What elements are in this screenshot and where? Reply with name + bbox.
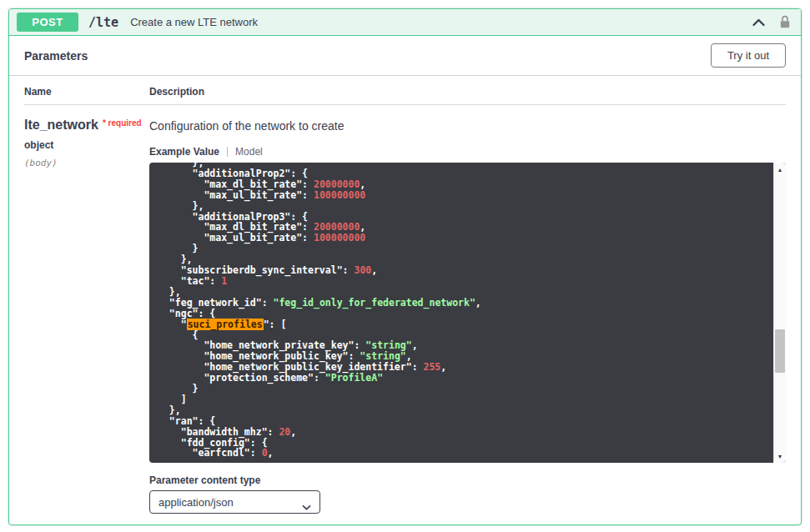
table-header-row: Name Description — [24, 76, 786, 105]
parameter-type: object — [24, 139, 149, 151]
tab-model[interactable]: Model — [235, 146, 263, 158]
code-scrollbar[interactable]: ▲ ▼ — [773, 163, 786, 463]
code-line: "suci_profiles": [ — [158, 319, 773, 330]
code-line: "earfcndl": 0, — [158, 448, 773, 458]
parameters-title: Parameters — [24, 49, 88, 63]
operation-block: POST /lte Create a new LTE network Param… — [8, 8, 802, 525]
code-line: "feg_network_id": "feg_id_only_for_feder… — [158, 298, 773, 309]
endpoint-summary: Create a new LTE network — [130, 16, 258, 28]
code-line: } — [158, 243, 773, 254]
tab-example-value[interactable]: Example Value — [149, 146, 219, 158]
endpoint-path[interactable]: /lte — [88, 15, 118, 30]
scroll-down-arrow-icon[interactable]: ▼ — [774, 450, 786, 462]
content-type-select-wrap: application/json — [149, 490, 320, 514]
table-row: lte_network* required object (body) Conf… — [24, 105, 786, 514]
parameter-name: lte_network* required — [24, 118, 149, 133]
header-icons — [752, 15, 791, 29]
code-line: "tac": 1 — [158, 276, 773, 287]
content-type-select[interactable]: application/json — [149, 490, 320, 514]
example-model-tabs: Example Value Model — [149, 146, 786, 158]
required-badge: * required — [103, 118, 142, 128]
code-line: }, — [158, 405, 773, 416]
scroll-up-arrow-icon[interactable]: ▲ — [774, 163, 786, 175]
code-line: "protection_scheme": "ProfileA" — [158, 373, 773, 384]
code-line: "subscriberdb_sync_interval": 300, — [158, 265, 773, 276]
operation-summary[interactable]: POST /lte Create a new LTE network — [9, 9, 801, 36]
parameter-name-cell: lte_network* required object (body) — [24, 118, 149, 514]
scrollbar-thumb[interactable] — [775, 329, 785, 373]
swagger-page: POST /lte Create a new LTE network Param… — [0, 0, 810, 532]
parameters-header: Parameters Try it out — [9, 36, 801, 76]
code-line: "max_ul_bit_rate": 100000000 — [158, 233, 773, 243]
column-header-name: Name — [24, 86, 149, 98]
content-type-label: Parameter content type — [149, 474, 786, 486]
method-badge: POST — [17, 13, 78, 32]
code-line: "max_ul_bit_rate": 100000000 — [158, 190, 773, 201]
parameter-description-cell: Configuration of the network to create E… — [149, 118, 786, 514]
parameter-name-text: lte_network — [24, 118, 98, 132]
parameter-description: Configuration of the network to create — [149, 119, 786, 133]
auth-lock-icon[interactable] — [779, 15, 791, 29]
parameters-table: Name Description lte_network* required o… — [9, 76, 801, 514]
operation-body: Parameters Try it out Name Description l… — [9, 36, 801, 514]
code-line: } — [158, 384, 773, 394]
parameter-location: (body) — [24, 158, 149, 168]
example-json: }, "additionalProp2": { "max_dl_bit_rate… — [149, 163, 773, 458]
example-value-code[interactable]: }, "additionalProp2": { "max_dl_bit_rate… — [149, 163, 786, 463]
column-header-description: Description — [149, 86, 786, 98]
try-it-out-button[interactable]: Try it out — [711, 43, 786, 68]
tab-divider — [227, 147, 228, 157]
code-line: ] — [158, 394, 773, 405]
collapse-chevron-icon[interactable] — [752, 18, 766, 27]
